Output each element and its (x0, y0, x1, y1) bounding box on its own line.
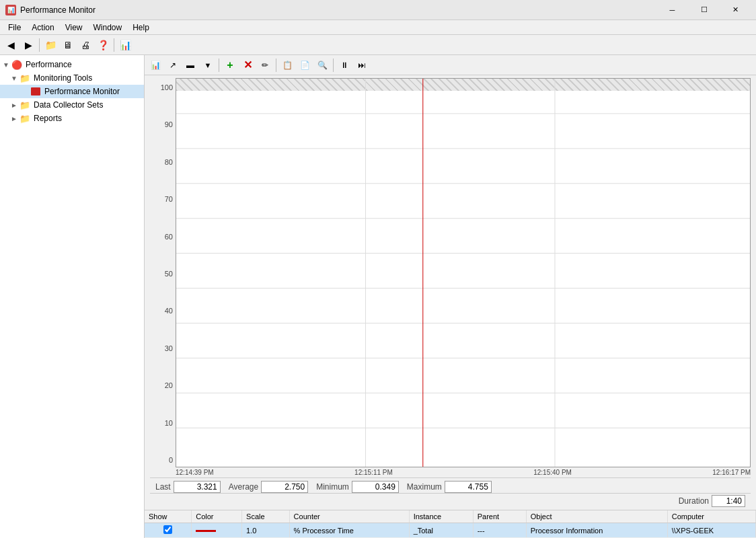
row-counter: % Processor Time (289, 523, 409, 538)
reports-label: Reports (34, 114, 62, 123)
minimize-button[interactable]: ─ (657, 3, 687, 17)
performance-icon: 🔴 (11, 59, 23, 70)
menu-bar: File Action View Window Help (0, 20, 756, 35)
last-value: 3.321 (174, 481, 221, 493)
separator-2 (114, 38, 114, 52)
x-label-3: 12:16:17 PM (712, 469, 751, 476)
table-row[interactable]: 1.0 % Processor Time _Total --- Processo… (145, 523, 756, 538)
help-button[interactable]: ❓ (95, 37, 111, 53)
stats-bar: Last 3.321 Average 2.750 Minimum 0.349 M… (150, 477, 751, 493)
datacol-icon: 📁 (19, 100, 31, 110)
title-bar: 📊 Performance Monitor ─ ☐ ✕ (0, 0, 756, 20)
sidebar-item-monitoring-tools[interactable]: ▼ 📁 Monitoring Tools (0, 71, 144, 85)
stat-duration: Duration 1:40 (679, 495, 745, 507)
counter-table-wrapper: Show Color Scale Counter Instance Parent… (145, 510, 756, 538)
y-label-90: 90 (150, 120, 173, 128)
dropdown-button[interactable]: ▼ (200, 57, 216, 73)
menu-file[interactable]: File (3, 22, 26, 34)
stats-bar-2: Duration 1:40 (150, 493, 751, 510)
col-instance: Instance (409, 510, 473, 523)
close-button[interactable]: ✕ (720, 3, 751, 17)
row-show[interactable] (145, 523, 192, 538)
content-area: 📊 ↗ ▬ ▼ + ✕ ✏ 📋 📄 🔍 ⏸ ⏭ 100 90 80 (145, 55, 756, 538)
main-toolbar: ◀ ▶ 📁 🖥 🖨 ❓ 📊 (0, 35, 756, 55)
chart-wrapper: 100 90 80 70 60 50 40 30 20 10 0 (145, 75, 756, 510)
new-chart-button[interactable]: 📊 (147, 57, 163, 73)
x-label-1: 12:15:11 PM (354, 469, 393, 476)
chart-container: 100 90 80 70 60 50 40 30 20 10 0 (150, 78, 751, 477)
view-histogram-button[interactable]: ▬ (182, 57, 198, 73)
col-counter: Counter (289, 510, 409, 523)
y-label-30: 30 (150, 344, 173, 352)
stat-minimum: Minimum 0.349 (316, 481, 399, 493)
y-label-0: 0 (150, 456, 173, 464)
row-instance: _Total (409, 523, 473, 538)
update-button[interactable]: ⏭ (354, 57, 370, 73)
monitoring-tools-label: Monitoring Tools (34, 73, 92, 83)
minimum-value: 0.349 (352, 481, 399, 493)
menu-view[interactable]: View (60, 22, 88, 34)
properties-button[interactable]: 🔍 (314, 57, 330, 73)
copy-button[interactable]: 📋 (279, 57, 295, 73)
menu-action[interactable]: Action (26, 22, 59, 34)
data-collector-sets-label: Data Collector Sets (34, 100, 103, 110)
sidebar-item-performance-monitor[interactable]: Performance Monitor (0, 85, 144, 98)
y-label-50: 50 (150, 270, 173, 278)
row-parent: --- (473, 523, 526, 538)
duration-value: 1:40 (712, 495, 745, 507)
x-label-0: 12:14:39 PM (176, 469, 214, 476)
inner-sep-1 (219, 59, 219, 72)
show-checkbox[interactable] (163, 525, 172, 534)
row-color (192, 523, 242, 538)
y-label-80: 80 (150, 158, 173, 166)
menu-help[interactable]: Help (127, 22, 155, 34)
sidebar-item-reports[interactable]: ► 📁 Reports (0, 112, 144, 125)
stat-maximum: Maximum 4.755 (407, 481, 492, 493)
maximum-value: 4.755 (445, 481, 492, 493)
window-controls: ─ ☐ ✕ (657, 3, 751, 17)
open-button[interactable]: 📁 (42, 37, 59, 53)
perfmon-tree-icon (30, 86, 42, 97)
x-label-2: 12:15:40 PM (533, 469, 572, 476)
perfmon-button[interactable]: 📊 (117, 37, 133, 53)
counter-table: Show Color Scale Counter Instance Parent… (145, 510, 756, 538)
col-parent: Parent (473, 510, 526, 523)
add-counter-button[interactable]: + (222, 57, 238, 73)
delete-counter-button[interactable]: ✕ (239, 57, 256, 73)
minimum-label: Minimum (316, 482, 349, 492)
row-scale: 1.0 (242, 523, 290, 538)
inner-toolbar: 📊 ↗ ▬ ▼ + ✕ ✏ 📋 📄 🔍 ⏸ ⏭ (145, 55, 756, 75)
inner-sep-2 (276, 59, 276, 72)
monitoring-tools-icon: 📁 (19, 73, 31, 83)
view-graph-button[interactable]: ↗ (165, 57, 181, 73)
y-label-40: 40 (150, 307, 173, 315)
menu-window[interactable]: Window (88, 22, 128, 34)
sidebar-item-data-collector-sets[interactable]: ► 📁 Data Collector Sets (0, 98, 144, 112)
expand-reports: ► (11, 115, 19, 122)
expand-performance: ▼ (3, 61, 11, 69)
average-value: 2.750 (261, 481, 308, 493)
sidebar-item-performance[interactable]: ▼ 🔴 Performance (0, 58, 144, 71)
stat-last: Last 3.321 (155, 481, 221, 493)
duration-label: Duration (679, 496, 709, 506)
freeze-button[interactable]: ⏸ (336, 57, 352, 73)
row-object: Processor Information (526, 523, 667, 538)
reports-icon: 📁 (19, 113, 31, 124)
performance-label: Performance (26, 60, 72, 69)
chart-svg (176, 79, 750, 467)
performance-monitor-label: Performance Monitor (44, 87, 120, 96)
forward-button[interactable]: ▶ (20, 37, 36, 53)
print-button[interactable]: 🖨 (77, 37, 93, 53)
expand-monitoring: ▼ (11, 75, 19, 82)
highlight-button[interactable]: ✏ (257, 57, 273, 73)
separator-1 (39, 38, 40, 52)
y-label-70: 70 (150, 195, 173, 203)
average-label: Average (229, 482, 258, 492)
sidebar: ▼ 🔴 Performance ▼ 📁 Monitoring Tools Per… (0, 55, 145, 538)
paste-button[interactable]: 📄 (297, 57, 313, 73)
maximum-label: Maximum (407, 482, 442, 492)
back-button[interactable]: ◀ (3, 37, 19, 53)
maximize-button[interactable]: ☐ (689, 3, 719, 17)
chart-area (176, 78, 751, 467)
show-hide-button[interactable]: 🖥 (60, 37, 76, 53)
